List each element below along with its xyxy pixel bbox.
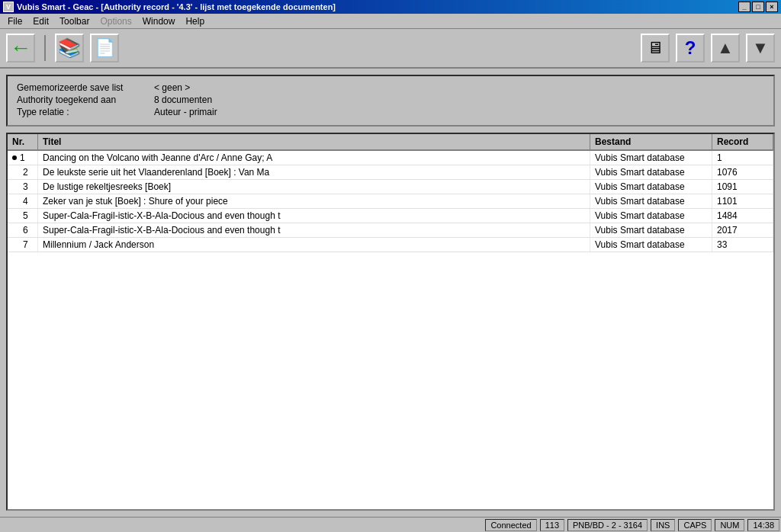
table-header: Nr. Titel Bestand Record <box>8 134 773 151</box>
cell-bestand: Vubis Smart database <box>590 180 712 194</box>
row-indicator <box>12 155 17 160</box>
back-arrow-icon: ← <box>10 37 31 59</box>
status-caps: CAPS <box>678 519 712 531</box>
table-body: 1Dancing on the Volcano with Jeanne d'Ar… <box>8 151 773 252</box>
cell-bestand: Vubis Smart database <box>590 194 712 208</box>
table-row[interactable]: 2De leukste serie uit het Vlaanderenland… <box>8 165 773 180</box>
label-authority: Authority toegekend aan <box>17 95 154 105</box>
scroll-down-button[interactable]: ▼ <box>746 34 775 62</box>
cell-nr: 1 <box>8 151 38 165</box>
info-row-authority: Authority toegekend aan 8 documenten <box>17 95 764 105</box>
status-time: 14:38 <box>747 519 779 531</box>
menu-options[interactable]: Options <box>95 14 136 28</box>
arrow-down-icon: ▼ <box>752 38 769 58</box>
cell-bestand: Vubis Smart database <box>590 223 712 237</box>
cell-nr: 7 <box>8 238 38 252</box>
restore-button[interactable]: □ <box>752 2 764 12</box>
table-row[interactable]: 4Zeker van je stuk [Boek] : Shure of you… <box>8 194 773 209</box>
menu-bar: File Edit Toolbar Options Window Help <box>0 14 781 29</box>
cell-titel: De lustige rekeltjesreeks [Boek] <box>38 180 590 194</box>
value-type: Auteur - primair <box>154 107 217 117</box>
cell-titel: Super-Cala-Fragil-istic-X-B-Ala-Docious … <box>38 223 590 237</box>
cell-nr: 6 <box>8 223 38 237</box>
value-authority: 8 documenten <box>154 95 212 105</box>
info-row-type: Type relatie : Auteur - primair <box>17 107 764 117</box>
cell-nr: 2 <box>8 165 38 179</box>
cell-bestand: Vubis Smart database <box>590 238 712 252</box>
status-pnb: PNB/BD - 2 - 3164 <box>567 519 648 531</box>
document-table: Nr. Titel Bestand Record 1Dancing on the… <box>6 133 775 511</box>
books-button[interactable]: 📚 <box>55 34 84 62</box>
toolbar: ← 📚 📄 🖥 ? ▲ ▼ <box>0 29 781 69</box>
cell-titel: Dancing on the Volcano with Jeanne d'Arc… <box>38 151 590 165</box>
cell-record: 1076 <box>712 165 773 179</box>
table-row[interactable]: 6Super-Cala-Fragil-istic-X-B-Ala-Docious… <box>8 223 773 238</box>
cell-nr-text: 4 <box>23 196 28 207</box>
back-button[interactable]: ← <box>6 34 35 62</box>
cell-nr-text: 6 <box>23 225 28 236</box>
menu-file[interactable]: File <box>3 14 27 28</box>
cell-nr: 3 <box>8 180 38 194</box>
cell-nr-text: 7 <box>23 239 28 250</box>
help-button[interactable]: ? <box>676 34 705 62</box>
minimize-button[interactable]: _ <box>738 2 750 12</box>
scroll-up-button[interactable]: ▲ <box>711 34 740 62</box>
window-title: Vubis Smart - Geac - [Authority record -… <box>17 2 336 11</box>
label-type: Type relatie : <box>17 107 154 117</box>
status-ins: INS <box>651 519 675 531</box>
menu-edit[interactable]: Edit <box>28 14 53 28</box>
cell-bestand: Vubis Smart database <box>590 151 712 165</box>
col-header-nr: Nr. <box>8 134 38 149</box>
cell-nr-text: 5 <box>23 210 28 221</box>
status-num: NUM <box>715 519 744 531</box>
status-bar: Connected 113 PNB/BD - 2 - 3164 INS CAPS… <box>0 517 781 532</box>
label-savelist: Gememorizeerde save list <box>17 82 154 93</box>
value-savelist: < geen > <box>154 82 190 93</box>
monitor-icon: 🖥 <box>647 38 664 58</box>
info-row-savelist: Gememorizeerde save list < geen > <box>17 82 764 93</box>
cell-titel: Zeker van je stuk [Boek] : Shure of your… <box>38 194 590 208</box>
cell-nr: 4 <box>8 194 38 208</box>
window-controls[interactable]: _ □ × <box>738 2 778 12</box>
col-header-titel: Titel <box>38 134 590 149</box>
cell-record: 1 <box>712 151 773 165</box>
help-icon: ? <box>685 37 696 59</box>
table-row[interactable]: 7Millennium / Jack AndersonVubis Smart d… <box>8 238 773 252</box>
arrow-up-icon: ▲ <box>717 38 734 58</box>
cell-record: 33 <box>712 238 773 252</box>
main-content: Gememorizeerde save list < geen > Author… <box>0 69 781 517</box>
col-header-record: Record <box>712 134 773 149</box>
cell-nr-text: 3 <box>23 181 28 192</box>
cell-bestand: Vubis Smart database <box>590 209 712 223</box>
cell-nr-text: 2 <box>23 167 28 178</box>
cell-nr-text: 1 <box>20 152 25 163</box>
table-row[interactable]: 5Super-Cala-Fragil-istic-X-B-Ala-Docious… <box>8 209 773 223</box>
cell-bestand: Vubis Smart database <box>590 165 712 179</box>
cell-record: 1091 <box>712 180 773 194</box>
status-code: 113 <box>540 519 564 531</box>
table-row[interactable]: 3De lustige rekeltjesreeks [Boek]Vubis S… <box>8 180 773 194</box>
cell-titel: Super-Cala-Fragil-istic-X-B-Ala-Docious … <box>38 209 590 223</box>
cell-record: 1484 <box>712 209 773 223</box>
title-bar: V Vubis Smart - Geac - [Authority record… <box>0 0 781 14</box>
table-row[interactable]: 1Dancing on the Volcano with Jeanne d'Ar… <box>8 151 773 165</box>
cell-titel: De leukste serie uit het Vlaanderenland … <box>38 165 590 179</box>
toolbar-separator-1 <box>44 35 46 61</box>
document-icon: 📄 <box>95 38 115 58</box>
status-connected: Connected <box>485 519 536 531</box>
document-button[interactable]: 📄 <box>90 34 119 62</box>
books-icon: 📚 <box>58 37 81 59</box>
cell-record: 2017 <box>712 223 773 237</box>
info-panel: Gememorizeerde save list < geen > Author… <box>6 75 775 127</box>
menu-help[interactable]: Help <box>181 14 209 28</box>
col-header-bestand: Bestand <box>590 134 712 149</box>
monitor-button[interactable]: 🖥 <box>641 34 670 62</box>
app-icon: V <box>3 2 14 12</box>
cell-titel: Millennium / Jack Anderson <box>38 238 590 252</box>
cell-record: 1101 <box>712 194 773 208</box>
menu-toolbar[interactable]: Toolbar <box>55 14 94 28</box>
cell-nr: 5 <box>8 209 38 223</box>
menu-window[interactable]: Window <box>138 14 180 28</box>
close-button[interactable]: × <box>766 2 778 12</box>
